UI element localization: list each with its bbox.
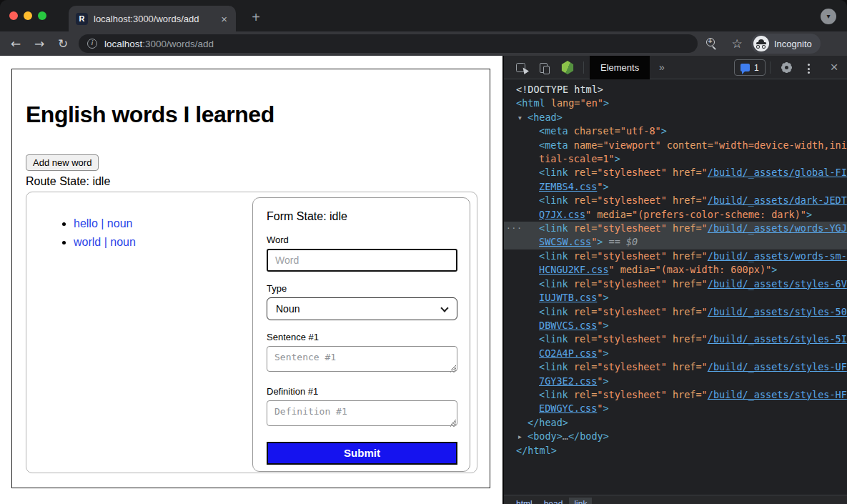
bookmark-star-icon[interactable]: ☆: [728, 34, 746, 54]
url-host: localhost: [104, 39, 142, 49]
breadcrumb-head[interactable]: head: [539, 498, 568, 504]
code-line[interactable]: <link rel="stylesheet" href="/build/_ass…: [504, 360, 847, 374]
browser-tab[interactable]: R localhost:3000/words/add ×: [69, 6, 236, 31]
expander-icon[interactable]: ▸: [518, 430, 522, 443]
code-line[interactable]: <link rel="stylesheet" href="/build/_ass…: [504, 305, 847, 319]
code-line[interactable]: </head>: [504, 416, 847, 430]
words-panel: hello | noun world | noun Form State: id…: [26, 192, 477, 473]
browser-toolbar: ← → ↻ i localhost:3000/words/add ☆ Incog…: [0, 31, 847, 56]
code-line[interactable]: SWCSW.css"> == $0: [504, 235, 847, 249]
page-viewport: English words I learned Add new word Rou…: [0, 56, 502, 504]
code-line[interactable]: DBWVCS.css">: [504, 319, 847, 332]
tab-search-chevron-icon[interactable]: ▾: [821, 9, 836, 24]
fullscreen-window-button[interactable]: [38, 11, 46, 20]
chevron-down-icon: [440, 304, 448, 312]
tab-title: localhost:3000/words/add: [94, 14, 219, 24]
add-word-form: Form State: idle Word Type Noun Sentence…: [252, 197, 470, 472]
code-line[interactable]: IUJWTB.css">: [504, 291, 847, 305]
code-line[interactable]: Q7JX.css" media="(prefers-color-scheme: …: [504, 208, 847, 222]
devtools-breadcrumb: html head link: [504, 495, 847, 504]
expander-icon[interactable]: ▾: [518, 111, 522, 124]
code-line[interactable]: EDWGYC.css">: [504, 402, 847, 415]
breadcrumb-link[interactable]: link: [569, 498, 592, 504]
breadcrumb-html[interactable]: html: [511, 498, 538, 504]
add-new-word-button[interactable]: Add new word: [26, 154, 99, 171]
incognito-badge: Incognito: [751, 34, 821, 54]
route-state-text: Route State: idle: [26, 175, 476, 188]
code-line[interactable]: ▾<head>: [504, 111, 847, 124]
app-card: English words I learned Add new word Rou…: [11, 69, 490, 488]
page-title: English words I learned: [26, 102, 476, 128]
more-panels-icon[interactable]: »: [659, 56, 665, 79]
code-line[interactable]: <link rel="stylesheet" href="/build/_ass…: [504, 388, 847, 402]
node-hexagon-icon[interactable]: [558, 56, 577, 79]
word-link-hello[interactable]: hello | noun: [74, 217, 132, 229]
word-link-world[interactable]: world | noun: [74, 236, 136, 248]
sentence-label: Sentence #1: [267, 332, 456, 342]
toolbar-divider: [770, 61, 771, 74]
sentence-textarea[interactable]: [267, 346, 457, 372]
inspect-element-icon[interactable]: [511, 56, 530, 79]
code-line[interactable]: </html>: [504, 444, 847, 458]
incognito-label: Incognito: [774, 39, 812, 49]
form-state-text: Form State: idle: [267, 210, 456, 223]
submit-button[interactable]: Submit: [267, 442, 457, 465]
code-line[interactable]: 7GY3E2.css">: [504, 375, 847, 388]
word-label: Word: [267, 234, 456, 245]
code-line[interactable]: ...<link rel="stylesheet" href="/build/_…: [504, 222, 847, 235]
code-line[interactable]: <meta name="viewport" content="width=dev…: [504, 139, 847, 152]
code-line[interactable]: <link rel="stylesheet" href="/build/_ass…: [504, 249, 847, 263]
devtools-toolbar: Elements » 1 ×: [504, 56, 847, 79]
settings-gear-icon[interactable]: [777, 56, 796, 79]
code-line[interactable]: CO2A4P.css">: [504, 347, 847, 360]
word-input[interactable]: [267, 249, 457, 272]
zoom-icon[interactable]: [706, 38, 715, 46]
code-line[interactable]: <html lang="en">: [504, 97, 847, 110]
issues-bubble-icon: [740, 64, 750, 71]
forward-button[interactable]: →: [29, 34, 49, 54]
toolbar-divider: [583, 61, 584, 74]
code-line[interactable]: HCNGU2KF.css" media="(max-width: 600px)"…: [504, 263, 847, 277]
code-line[interactable]: <link rel="stylesheet" href="/build/_ass…: [504, 277, 847, 291]
minimize-window-button[interactable]: [24, 11, 32, 20]
back-button[interactable]: ←: [6, 34, 26, 54]
code-line[interactable]: <meta charset="utf-8">: [504, 124, 847, 138]
type-select-value: Noun: [276, 303, 299, 315]
remix-favicon-icon: R: [76, 13, 88, 25]
code-line[interactable]: ▸<body>…</body>: [504, 430, 847, 443]
browser-window: R localhost:3000/words/add × + ▾ ← → ↻ i…: [0, 0, 847, 504]
devtools-close-icon[interactable]: ×: [827, 56, 841, 79]
site-info-icon[interactable]: i: [87, 39, 97, 49]
code-line[interactable]: <link rel="stylesheet" href="/build/_ass…: [504, 194, 847, 207]
tab-elements[interactable]: Elements: [590, 56, 650, 79]
definition-textarea[interactable]: [267, 400, 457, 426]
url-path: :3000/words/add: [142, 39, 214, 49]
code-line[interactable]: <!DOCTYPE html>: [504, 83, 847, 97]
issues-button[interactable]: 1: [734, 59, 766, 76]
device-toolbar-icon[interactable]: [534, 56, 553, 79]
type-select[interactable]: Noun: [267, 297, 457, 320]
type-label: Type: [267, 283, 456, 294]
new-tab-button[interactable]: +: [246, 7, 266, 27]
definition-label: Definition #1: [267, 386, 456, 397]
devtools-menu-icon[interactable]: [808, 64, 810, 74]
reload-button[interactable]: ↻: [53, 34, 73, 54]
devtools-code: <!DOCTYPE html><html lang="en">▾<head><m…: [504, 80, 847, 494]
code-line[interactable]: tial-scale=1">: [504, 152, 847, 166]
devtools-panel: Elements » 1 × <!DOCTYPE html><html lang…: [504, 56, 847, 504]
incognito-icon: [753, 36, 769, 51]
code-line[interactable]: <link rel="stylesheet" href="/build/_ass…: [504, 166, 847, 179]
close-window-button[interactable]: [9, 11, 18, 20]
tab-strip: R localhost:3000/words/add × + ▾: [0, 0, 847, 31]
issues-count: 1: [754, 63, 759, 73]
code-line[interactable]: <link rel="stylesheet" href="/build/_ass…: [504, 332, 847, 346]
tab-close-icon[interactable]: ×: [219, 13, 229, 25]
address-bar[interactable]: i localhost:3000/words/add: [79, 34, 698, 53]
code-line[interactable]: ZEMBS4.css">: [504, 180, 847, 194]
url-text: localhost:3000/words/add: [104, 39, 214, 49]
